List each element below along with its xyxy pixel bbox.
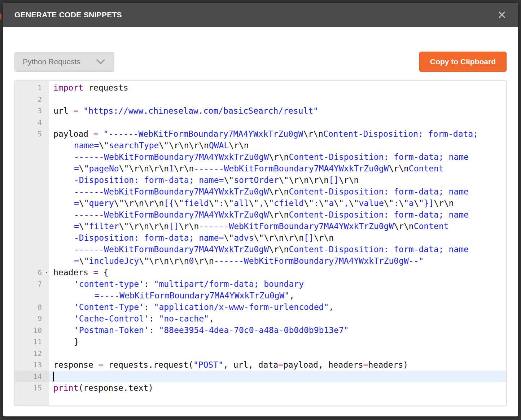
code-token-str: "POST" (193, 360, 223, 369)
code-token-esc: \r\n (269, 245, 289, 254)
language-dropdown[interactable]: Python Requests (14, 52, 114, 72)
code-token-esc: \r\n (434, 198, 454, 208)
code-token-pl: headers (53, 268, 93, 277)
code-line[interactable]: 14 (15, 371, 506, 382)
code-token-kw: import (53, 83, 83, 92)
code-token-esc: \" (319, 198, 329, 208)
code-token-str: = (74, 222, 79, 231)
code-line[interactable]: 5payload = "------WebKitFormBoundary7MA4… (15, 128, 506, 140)
code-text: } (49, 336, 506, 347)
code-line[interactable]: ------WebKitFormBoundary7MA4YWxkTrZu0gW\… (15, 244, 506, 255)
code-token-str: -Disposition: form-data; name= (74, 233, 224, 242)
code-line[interactable]: 11} (15, 336, 506, 347)
code-text: 'Cache-Control': "no-cache", (49, 313, 506, 324)
code-token-str: field (184, 198, 209, 208)
line-number: 2 (15, 93, 49, 105)
code-token-str: Content-Disposition: form-data; name (289, 245, 469, 254)
code-token-esc: \"\r\n\r\n (159, 141, 209, 150)
close-button[interactable] (496, 9, 507, 20)
code-token-str: "https://www.chineselaw.com/basicSearch/… (83, 106, 318, 115)
code-line[interactable]: 13response = requests.request("POST", ur… (15, 359, 506, 371)
code-token-esc: \" (209, 198, 219, 208)
code-editor: 1import requests23url = "https://www.chi… (14, 80, 507, 406)
code-line[interactable]: 9'Cache-Control': "no-cache", (15, 313, 506, 324)
code-token-str: ------WebKitFormBoundary7MA4YWxkTrZu0gW-… (214, 256, 424, 266)
code-line[interactable]: 7'content-type': "multipart/form-data; b… (15, 278, 506, 290)
line-number (15, 220, 49, 232)
code-text: ------WebKitFormBoundary7MA4YWxkTrZu0gW\… (49, 186, 506, 197)
code-line[interactable]: -Disposition: form-data; name=\"sortOrde… (15, 174, 506, 186)
code-line[interactable]: ------WebKitFormBoundary7MA4YWxkTrZu0gW\… (15, 186, 506, 197)
code-token-pl: (response.text) (78, 383, 153, 393)
code-token-pl: url (53, 106, 73, 115)
line-number (15, 186, 49, 197)
code-text: ------WebKitFormBoundary7MA4YWxkTrZu0gW\… (49, 209, 506, 220)
code-token-str: 'Content-Type' (74, 302, 144, 312)
code-token-esc: \" (79, 164, 89, 173)
code-token-pl: headers) (368, 360, 408, 369)
code-line[interactable]: =\"includeJcy\"\r\n\r\n0\r\n------WebKit… (15, 255, 506, 267)
code-token-str: : (314, 198, 319, 208)
code-token-esc: \r\n (269, 152, 289, 162)
code-text: ------WebKitFormBoundary7MA4YWxkTrZu0gW\… (49, 151, 506, 163)
code-line[interactable]: 15print(response.text) (15, 382, 506, 394)
line-number (15, 140, 49, 151)
code-line[interactable]: 8'Content-Type': "application/x-www-form… (15, 301, 506, 313)
code-token-str: = (74, 256, 79, 266)
code-line[interactable]: ------WebKitFormBoundary7MA4YWxkTrZu0gW\… (15, 209, 506, 220)
code-token-esc: \" (384, 198, 394, 208)
line-number: 4 (15, 117, 49, 128)
code-token-esc: \" (224, 233, 234, 242)
code-line[interactable]: 4 (15, 117, 506, 128)
code-text: headers = { (49, 267, 506, 278)
code-token-esc: \r\n (194, 256, 214, 266)
fold-arrow-icon[interactable]: ▾ (45, 267, 48, 278)
copy-to-clipboard-button[interactable]: Copy to Clipboard (419, 52, 507, 72)
code-token-pl: : (144, 302, 154, 312)
code-line[interactable]: =\"query\"\r\n\r\n[{\"field\":\"all\",\"… (15, 197, 506, 209)
code-line[interactable]: name=\"searchType\"\r\n\r\nQWAL\r\n (15, 140, 506, 151)
code-token-esc: \" (249, 198, 259, 208)
code-token-str: [] (169, 222, 179, 231)
modal-body: Python Requests Copy to Clipboard 1impor… (3, 52, 518, 406)
code-token-esc: \" (349, 198, 359, 208)
code-line[interactable]: 10'Postman-Token': "88ee3954-4dea-70c0-a… (15, 324, 506, 336)
code-line[interactable]: =----WebKitFormBoundary7MA4YWxkTrZu0gW", (15, 290, 506, 301)
code-text: 'content-type': "multipart/form-data; bo… (49, 278, 506, 290)
code-token-op: = (363, 360, 368, 369)
code-line[interactable]: 6▾headers = { (15, 267, 506, 278)
code-line[interactable]: =\"filter\"\r\n\r\n[]\r\n------WebKitFor… (15, 220, 506, 232)
code-token-esc: \"\r\n\r\n (119, 164, 169, 173)
code-text: 'Postman-Token': "88ee3954-4dea-70c0-a48… (49, 324, 506, 336)
code-token-esc: \" (224, 175, 234, 185)
code-token-str: advs (234, 233, 254, 242)
code-text: =\"pageNo\"\r\n\r\n1\r\n------WebKitForm… (49, 163, 506, 174)
line-number: 1 (15, 82, 49, 93)
line-number (15, 197, 49, 209)
code-token-pl: , url, data (223, 360, 278, 369)
code-line[interactable]: 2 (15, 93, 506, 105)
code-token-esc: \"\r\n\r\n (139, 256, 189, 266)
line-number: 15 (15, 382, 49, 394)
code-token-pl: response (53, 360, 98, 369)
code-token-str: query (89, 198, 114, 208)
code-line[interactable]: 3url = "https://www.chineselaw.com/basic… (15, 105, 506, 117)
code-token-str: }] (424, 198, 434, 208)
line-number (15, 244, 49, 255)
code-token-str: ------WebKitFormBoundary7MA4YWxkTrZu0gW (74, 210, 269, 219)
code-text: print(response.text) (49, 382, 506, 394)
modal-header: GENERATE CODE SNIPPETS (3, 3, 518, 27)
code-line[interactable]: -Disposition: form-data; name=\"advs\"\r… (15, 232, 506, 244)
code-line[interactable]: =\"pageNo\"\r\n\r\n1\r\n------WebKitForm… (15, 163, 506, 174)
code-token-pl: : (149, 314, 159, 323)
code-token-str: ------WebKitFormBoundary7MA4YWxkTrZu0gW (74, 245, 269, 254)
code-line[interactable]: 12 (15, 347, 506, 359)
code-token-str: : (394, 198, 399, 208)
code-token-pl: , (289, 291, 294, 300)
line-number: 9 (15, 313, 49, 324)
code-line[interactable]: 1import requests (15, 82, 506, 93)
code-token-esc: \r\n (174, 164, 194, 173)
code-token-str: filter (89, 222, 119, 231)
code-token-str: [] (329, 175, 339, 185)
code-line[interactable]: ------WebKitFormBoundary7MA4YWxkTrZu0gW\… (15, 151, 506, 163)
